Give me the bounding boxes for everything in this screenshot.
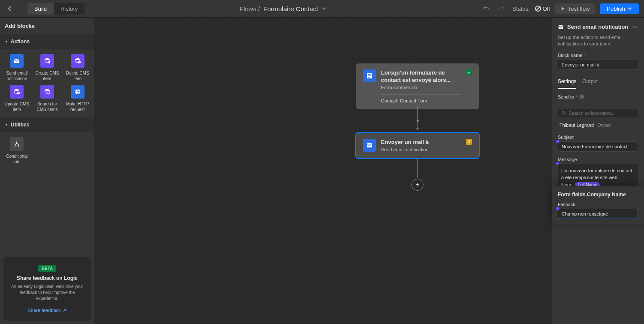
block-name-label: Block name*	[558, 53, 638, 58]
fallback-input[interactable]	[558, 209, 638, 219]
svg-point-13	[562, 111, 564, 114]
fallback-label: Fallback	[558, 202, 638, 207]
external-link-icon	[63, 308, 67, 312]
data-indicator-icon	[556, 140, 559, 143]
back-button[interactable]	[5, 3, 15, 14]
subject-label: Subject	[558, 135, 638, 140]
block-create-cms[interactable]: Create CMS item	[34, 54, 61, 81]
svg-rect-12	[559, 25, 563, 29]
section-utilities[interactable]: Utilities	[0, 117, 94, 132]
action-node[interactable]: Envoyer un mail à Send email notificatio…	[356, 133, 479, 158]
block-name-input[interactable]	[558, 60, 638, 70]
trigger-status-icon	[466, 69, 472, 75]
block-update-cms[interactable]: Update CMS item	[3, 85, 30, 112]
test-flow-button[interactable]: Test flow	[555, 3, 595, 14]
publish-button[interactable]: Publish	[600, 3, 639, 14]
status-label: Status:	[512, 6, 529, 12]
email-icon	[10, 54, 24, 68]
message-label: Message	[558, 157, 638, 162]
chevron-down-icon	[628, 6, 632, 11]
tab-history[interactable]: History	[54, 3, 85, 15]
play-icon	[560, 6, 565, 11]
token-popup: Form fields.Company Name Fallback	[552, 186, 644, 224]
block-delete-cms[interactable]: Delete CMS item	[64, 54, 91, 81]
database-minus-icon	[71, 54, 85, 68]
breadcrumb[interactable]: Flows / Formulaire Contact	[239, 5, 327, 12]
share-feedback-link[interactable]: Share feedback	[27, 308, 67, 313]
action-subtitle: Send email notification	[381, 147, 461, 152]
collab-role: Owner	[597, 123, 611, 128]
tab-settings[interactable]: Settings	[558, 75, 576, 89]
svg-point-5	[15, 89, 19, 91]
panel-title: Send email notification	[567, 24, 628, 30]
trigger-node[interactable]: Lorsqu'un formulaire de contact est envo…	[356, 63, 479, 109]
trigger-detail: Contact: Contact Form	[381, 94, 461, 103]
database-search-icon	[40, 85, 54, 99]
collab-name: Thibaut Legrand	[559, 123, 594, 128]
subject-input[interactable]	[558, 141, 638, 152]
svg-point-6	[17, 92, 20, 94]
caret-down-icon	[5, 123, 8, 126]
block-search-cms[interactable]: Search for CMS items	[34, 85, 61, 112]
tab-build[interactable]: Build	[27, 3, 54, 15]
globe-icon	[71, 85, 85, 99]
svg-point-7	[45, 89, 49, 91]
popup-title: Form fields.Company Name	[558, 192, 638, 198]
database-sync-icon	[10, 85, 24, 99]
help-icon[interactable]: ?	[579, 94, 584, 99]
add-node-button[interactable]: +	[411, 179, 423, 191]
database-plus-icon	[40, 54, 54, 68]
status-off-icon	[535, 6, 541, 12]
search-input[interactable]	[568, 111, 635, 116]
redo-button[interactable]	[497, 3, 507, 14]
panel-desc: Set up the action to send email notifica…	[552, 34, 644, 53]
svg-point-3	[76, 58, 80, 60]
feedback-text: As an early Logic user, we'd love your f…	[9, 284, 86, 302]
beta-badge: BETA	[38, 265, 56, 272]
caret-down-icon	[5, 40, 8, 43]
block-send-email[interactable]: Send email notification	[3, 54, 30, 81]
breadcrumb-prefix: Flows /	[239, 5, 260, 12]
undo-button[interactable]	[481, 3, 492, 14]
sidebar-title: Add blocks	[0, 18, 94, 34]
svg-rect-11	[367, 143, 372, 147]
trigger-subtitle: Form submission	[381, 85, 461, 90]
feedback-card: BETA Share feedback on Logic As an early…	[3, 257, 91, 321]
trigger-title: Lorsqu'un formulaire de contact est envo…	[381, 69, 461, 84]
form-icon	[363, 69, 376, 82]
chevron-down-icon	[321, 6, 327, 11]
action-status-icon	[466, 139, 472, 145]
collaborator-search[interactable]	[558, 109, 638, 117]
svg-rect-0	[14, 59, 19, 63]
send-to-label: Send to* ?	[558, 94, 638, 99]
data-indicator-icon	[556, 207, 559, 210]
email-icon	[363, 139, 376, 152]
action-title: Envoyer un mail à	[381, 139, 461, 146]
block-http[interactable]: Make HTTP request	[64, 85, 91, 112]
tab-output[interactable]: Output	[582, 75, 598, 89]
arrow-down-icon	[415, 122, 420, 131]
email-icon	[558, 24, 564, 30]
collaborator-item[interactable]: Thibaut Legrand Owner	[552, 120, 644, 130]
svg-point-1	[45, 58, 49, 60]
search-icon	[561, 111, 566, 115]
flow-canvas[interactable]: Lorsqu'un formulaire de contact est envo…	[94, 18, 552, 324]
branch-icon	[10, 137, 24, 151]
feedback-title: Share feedback on Logic	[9, 275, 86, 281]
breadcrumb-name: Formulaire Contact	[263, 5, 318, 12]
status-badge: Off	[535, 6, 550, 12]
more-button[interactable]: ⋯	[632, 24, 638, 30]
section-actions[interactable]: Actions	[0, 34, 94, 49]
block-conditional[interactable]: Conditional rule	[3, 137, 30, 165]
